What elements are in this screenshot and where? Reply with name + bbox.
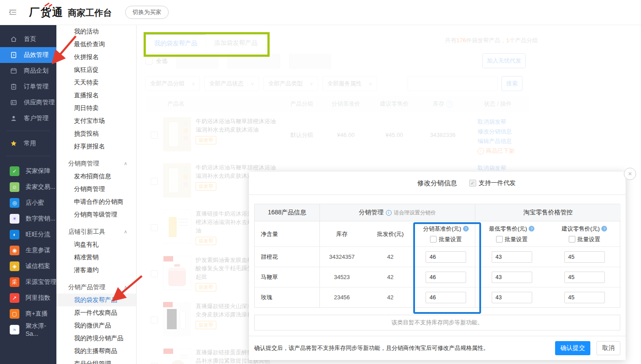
batch-set-checkbox[interactable]: [496, 236, 503, 243]
tab-1[interactable]: 添加袋发帮产品: [206, 34, 266, 52]
submenu-item[interactable]: 原一件代发商品: [56, 306, 136, 319]
filter-product-status[interactable]: 全部产品状态: [204, 76, 259, 91]
app-item-digital-marketing[interactable]: ✶数字营销...: [0, 211, 56, 227]
submenu-item[interactable]: 我的微供产品: [56, 319, 136, 332]
submenu-item[interactable]: 伙拼报名: [56, 51, 136, 63]
submenu-item[interactable]: 申请合作的分销商: [56, 195, 136, 208]
filter-product-type[interactable]: 全部产品类型: [263, 76, 318, 91]
submenu-item[interactable]: 潜客邀约: [56, 264, 136, 276]
row-action-link[interactable]: 取消袋发帮: [478, 117, 529, 127]
switch-to-buyer-button[interactable]: 切换为买家: [125, 6, 169, 19]
close-icon[interactable]: [624, 168, 636, 180]
app-item-business-advisor[interactable]: ◉生意参谋: [0, 243, 56, 258]
submenu-item[interactable]: 好享拼报名: [56, 140, 136, 153]
join-worry-free-button[interactable]: 加入无忧代发: [482, 53, 526, 68]
batch-set-checkbox[interactable]: [569, 236, 575, 243]
confirm-submit-button[interactable]: 确认提交: [555, 341, 590, 355]
search-button[interactable]: 搜索: [501, 76, 522, 91]
submenu-item[interactable]: 天天特卖: [56, 76, 136, 89]
submenu-item-active[interactable]: 我的袋发帮产品: [56, 294, 136, 306]
submenu-item[interactable]: 疯狂店促: [56, 63, 136, 76]
filter-service-attr[interactable]: 全部服务属性: [322, 76, 377, 91]
submenu-section-label: 店铺引新工具: [68, 228, 105, 236]
row-action-link[interactable]: 编辑产品信息: [478, 136, 529, 146]
app-item-wangwang[interactable]: ◐旺旺分流: [0, 227, 56, 243]
row-checkbox[interactable]: [151, 270, 158, 277]
app-item-caiyuanbao[interactable]: 采采源宝管理: [0, 274, 56, 290]
row-checkbox[interactable]: [151, 132, 158, 139]
submenu-item[interactable]: 我的活动: [56, 25, 136, 38]
suggest-retail-input[interactable]: [564, 251, 605, 263]
min-retail-input[interactable]: [492, 292, 532, 303]
submenu-item[interactable]: 精准营销: [56, 251, 136, 264]
cancel-button[interactable]: 取消: [597, 341, 620, 355]
sidebar-item-product-effect[interactable]: 品效管理: [0, 47, 56, 63]
info-icon[interactable]: [386, 210, 392, 216]
submenu-item[interactable]: 询盘有礼: [56, 238, 136, 251]
row-checkbox[interactable]: [151, 316, 158, 324]
submenu-section-title[interactable]: 分销商管理: [56, 157, 136, 170]
star-icon: [10, 140, 18, 147]
base-price-input[interactable]: [426, 251, 466, 263]
sidebar-item-order[interactable]: 订单管理: [0, 79, 56, 95]
sidebar-item-home[interactable]: 首页: [0, 31, 56, 47]
row-checkbox-cell: [145, 224, 163, 231]
min-retail-input[interactable]: [492, 251, 532, 263]
submenu-item[interactable]: 直播报名: [56, 89, 136, 102]
tab-0[interactable]: 我的袋发帮产品: [146, 34, 206, 52]
suggest-retail-input[interactable]: [564, 292, 605, 303]
row-action-link[interactable]: 修改分销信息: [478, 127, 529, 136]
support-dropship-checkbox[interactable]: 支持一件代发: [469, 172, 516, 195]
filter-product-group[interactable]: 全部产品分组: [145, 76, 200, 91]
base-price-input[interactable]: [426, 272, 466, 283]
sidebar-item-calendar[interactable]: 商品企划: [0, 63, 56, 79]
sub-column-label-row: 最低零售价(元): [489, 225, 535, 233]
submenu-item[interactable]: 支付宝市场: [56, 114, 136, 127]
sidebar-item-customer[interactable]: 客户管理: [0, 110, 56, 126]
row-checkbox[interactable]: [151, 363, 158, 364]
sub-column-label-row: 净含量: [261, 230, 278, 238]
submenu-item[interactable]: 发布招商信息: [56, 170, 136, 183]
help-icon[interactable]: [529, 226, 534, 232]
submenu-item[interactable]: 挑货投稿: [56, 127, 136, 140]
submenu-item[interactable]: 分销商等级管理: [56, 208, 136, 221]
help-icon[interactable]: [463, 226, 469, 232]
submenu-item[interactable]: 周日特卖: [56, 102, 136, 114]
submenu-section-title[interactable]: 店铺引新工具: [56, 225, 136, 238]
app-item-buyer-protection[interactable]: ✓买家保障: [0, 163, 56, 179]
base-price-input[interactable]: [426, 292, 466, 303]
app-item-seller-trade[interactable]: ☺卖家交易...: [0, 179, 56, 195]
submenu-item[interactable]: 最低价查询: [56, 38, 136, 51]
help-icon[interactable]: [601, 226, 607, 232]
app-item-credit-archive[interactable]: ◈诚信档案: [0, 258, 56, 274]
app-item-live[interactable]: ▢商+直播: [0, 306, 56, 322]
submenu-section-title[interactable]: 分销产品管理: [56, 281, 136, 294]
sidebar-item-favorites[interactable]: 常用: [0, 136, 56, 151]
image-shape: [180, 311, 186, 329]
submenu-item[interactable]: 分销商管理: [56, 183, 136, 195]
row-checkbox[interactable]: [151, 224, 158, 231]
column-header-label: 建议零售价: [380, 100, 409, 108]
sidebar-item-supplier[interactable]: 供应商管理: [0, 95, 56, 110]
suggest-retail-input[interactable]: [564, 272, 605, 283]
bulk-action-button[interactable]: [176, 54, 219, 69]
submenu-item[interactable]: 我的主播帮商品: [56, 345, 136, 357]
product-search-input[interactable]: [408, 76, 498, 91]
min-retail-input[interactable]: [492, 272, 532, 283]
select-all-checkbox[interactable]: [145, 58, 152, 65]
product-title[interactable]: 牛奶浴沐浴油马鞭草甜橙沐浴油滋润补水去鸡皮肤沐浴油: [196, 117, 277, 134]
app-item-ali-index[interactable]: ↗阿里指数: [0, 290, 56, 306]
submenu-item[interactable]: 我的跨境分销产品: [56, 332, 136, 345]
batch-set-checkbox[interactable]: [430, 236, 437, 243]
app-item-shop-bot[interactable]: ◎店小蜜: [0, 195, 56, 211]
spec-name: 马鞭草: [255, 267, 320, 287]
sidebar-item-label: 首页: [24, 35, 36, 43]
row-checkbox[interactable]: [151, 178, 158, 185]
submenu-item[interactable]: 产品分组管理: [56, 357, 136, 364]
bulk-action-button[interactable]: [227, 54, 280, 69]
app-item-jushuitan[interactable]: ≈聚水潭-Sa...: [0, 322, 56, 338]
base-price-input-cell: [417, 246, 475, 267]
dropship-tag: 袋发帮: [196, 283, 216, 291]
collapse-sidebar-icon[interactable]: [8, 8, 18, 16]
bulk-action-button[interactable]: [289, 54, 331, 69]
